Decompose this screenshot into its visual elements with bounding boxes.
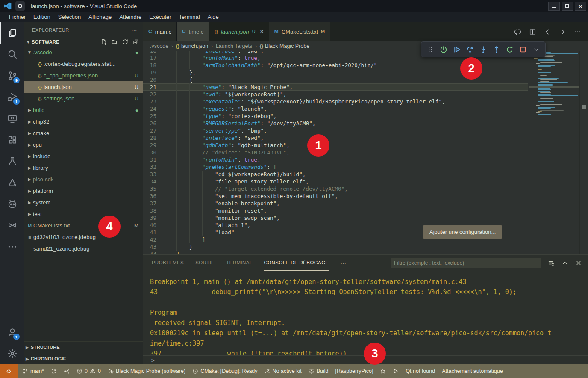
tab-cmakelists-txt[interactable]: MCMakeLists.txtM: [269, 22, 330, 41]
status-debug-target[interactable]: [376, 364, 389, 378]
close-panel[interactable]: [575, 260, 582, 266]
workspace-section-header[interactable]: ▼ SOFTWARE: [24, 37, 143, 47]
panel-tab-console-de-d-bogage[interactable]: CONSOLE DE DÉBOGAGE: [264, 255, 329, 271]
code-line-38[interactable]: 38"monitor reset",: [143, 207, 528, 214]
add-configuration-button[interactable]: Ajouter une configuration...: [423, 225, 502, 239]
tree-item-cmake[interactable]: ▶cmake: [24, 127, 143, 139]
debug-drag-handle-button[interactable]: [424, 44, 436, 56]
activity-settings[interactable]: [0, 343, 24, 364]
tree-item-cmakelists-txt[interactable]: MCMakeLists.txtM: [24, 220, 143, 231]
tree-item-build[interactable]: ▶build●: [24, 104, 143, 116]
tree-item-c-cpp-properties-json[interactable]: {}c_cpp_properties.jsonU: [24, 70, 143, 81]
status-problems[interactable]: 00: [73, 364, 104, 378]
tree-item-gd32vf103-ozone-jdebug[interactable]: ≡gd32vf103_ozone.jdebug: [24, 231, 143, 243]
new-file-button[interactable]: [100, 38, 107, 45]
code-line-39[interactable]: 39"monitor swdp_scan",: [143, 214, 528, 221]
explorer-more-actions[interactable]: ⋯: [131, 27, 138, 33]
refresh-explorer-button[interactable]: [122, 38, 129, 45]
activity-cmake-tools[interactable]: [0, 172, 24, 193]
code-line-37[interactable]: 37"enable breakpoint",: [143, 200, 528, 207]
status-launch-target[interactable]: [389, 364, 402, 378]
new-folder-button[interactable]: [111, 38, 118, 45]
menu-affichage[interactable]: Affichage: [85, 12, 115, 22]
editor-scrollbar[interactable]: [579, 51, 588, 254]
status-cmake-kit[interactable]: No active kit: [261, 364, 305, 378]
section-structure[interactable]: ▶ STRUCTURE: [24, 341, 143, 353]
code-line-30[interactable]: 30// "device": "STM32L431VC",: [143, 149, 528, 156]
console-filter-input[interactable]: [391, 258, 541, 268]
code-line-28[interactable]: 28"interface": "swd",: [143, 134, 528, 142]
minimap[interactable]: [529, 51, 579, 254]
scrollbar-thumb[interactable]: [582, 105, 586, 109]
section-chronologie[interactable]: ▶ CHRONOLOGIE: [24, 353, 143, 364]
navigate-forward[interactable]: [559, 28, 566, 35]
activity-vs-solution[interactable]: [0, 215, 24, 236]
tree-item--vscode[interactable]: ▼.vscode●: [24, 47, 143, 58]
breadcrumb-launch-json[interactable]: {}launch.json: [176, 43, 208, 49]
tree-item-library[interactable]: ▶library: [24, 162, 143, 174]
tree-item-platform[interactable]: ▶platform: [24, 185, 143, 197]
debug-stop-button[interactable]: [517, 44, 529, 56]
panel-tab-probl-mes[interactable]: PROBLÈMES: [152, 255, 184, 271]
status-cmake-build[interactable]: Build: [305, 364, 332, 378]
debug-expand-button[interactable]: [530, 44, 542, 56]
app-icon[interactable]: [15, 1, 25, 11]
breadcrumb-black-magic-probe[interactable]: {}Black Magic Probe: [260, 43, 309, 49]
collapse-folders-button[interactable]: [132, 38, 139, 45]
activity-run-and-debug[interactable]: 1: [0, 86, 24, 108]
activity-accounts[interactable]: 1: [0, 322, 24, 343]
code-line-26[interactable]: 26"BMPGDBSerialPort": "/dev/ttyACM0",: [143, 120, 528, 127]
code-line-32[interactable]: 32"preRestartCommands": [: [143, 163, 528, 171]
code-line-22[interactable]: 22"cwd": "${workspaceRoot}",: [143, 91, 528, 98]
breadcrumb-launch-targets[interactable]: Launch Targets: [216, 43, 252, 49]
status-cmake-status[interactable]: CMake: [Debug]: Ready: [189, 364, 261, 378]
status-git-branch[interactable]: main*: [19, 364, 47, 378]
tree-item-settings-json[interactable]: {}settings.jsonU: [24, 93, 143, 104]
tab-launch-json[interactable]: {}launch.jsonU×: [209, 22, 269, 41]
open-changes[interactable]: [514, 28, 521, 35]
status-remote-indicator[interactable]: [0, 364, 18, 378]
code-line-29[interactable]: 29"gdbPath": "gdb-multiarch",: [143, 142, 528, 149]
activity-search[interactable]: [0, 44, 24, 65]
code-line-44[interactable]: 44]: [143, 251, 528, 254]
debug-step-into-button[interactable]: [477, 44, 489, 56]
tree-item-samd21-ozone-jdebug[interactable]: ≡samd21_ozone.jdebug: [24, 243, 143, 254]
clear-console[interactable]: [548, 260, 555, 266]
debug-power-button[interactable]: [438, 44, 450, 56]
menu-aide[interactable]: Aide: [204, 12, 223, 22]
tree-item--cortex-debug-registers-stat-[interactable]: {}.cortex-debug.registers.stat...: [24, 58, 143, 70]
tree-item-system[interactable]: ▶system: [24, 197, 143, 208]
close-button[interactable]: ×: [575, 2, 586, 11]
activity-remote-explorer[interactable]: [0, 108, 24, 129]
code-line-23[interactable]: 23"executable": "${workspaceRoot}/build/…: [143, 98, 528, 105]
breadcrumb--vscode[interactable]: .vscode: [150, 43, 168, 49]
activity-platformio[interactable]: [0, 193, 24, 215]
menu-fichier[interactable]: Fichier: [5, 12, 29, 22]
maximize-button[interactable]: [562, 2, 573, 11]
code-area[interactable]: 16"interface": "swd",17"runToMain": true…: [143, 51, 528, 254]
code-line-34[interactable]: 34"file open-story-teller.elf",: [143, 178, 528, 185]
tree-item-include[interactable]: ▶include: [24, 151, 143, 162]
tree-item-pico-sdk[interactable]: ▶pico-sdk: [24, 174, 143, 185]
tree-item-chip32[interactable]: ▶chip32: [24, 116, 143, 127]
status-git-graph[interactable]: [60, 364, 73, 378]
status-debug-configuration[interactable]: Black Magic Probe (software): [104, 364, 189, 378]
panel-tab-terminal[interactable]: TERMINAL: [226, 255, 252, 271]
activity-more-views[interactable]: [0, 236, 24, 257]
activity-extensions[interactable]: [0, 129, 24, 151]
activity-source-control[interactable]: 9: [0, 65, 24, 86]
navigate-back[interactable]: [544, 28, 551, 35]
maximize-panel[interactable]: [562, 260, 568, 266]
tree-item-cpu[interactable]: ▶cpu: [24, 139, 143, 151]
menu-sélection[interactable]: Sélection: [54, 12, 85, 22]
code-line-35[interactable]: 35// "target extended-remote /dev/ttyACM…: [143, 185, 528, 192]
status-sync-changes[interactable]: [47, 364, 60, 378]
menu-atteindre[interactable]: Atteindre: [115, 12, 145, 22]
status-auto-attach[interactable]: Attachement automatique: [438, 364, 506, 378]
debug-continue-button[interactable]: [451, 44, 463, 56]
code-line-33[interactable]: 33"cd ${workspaceRoot}/build",: [143, 171, 528, 178]
more-actions[interactable]: [574, 28, 581, 35]
menu-exécuter[interactable]: Exécuter: [145, 12, 175, 22]
split-editor[interactable]: [529, 28, 536, 35]
debug-step-over-button[interactable]: [464, 44, 476, 56]
